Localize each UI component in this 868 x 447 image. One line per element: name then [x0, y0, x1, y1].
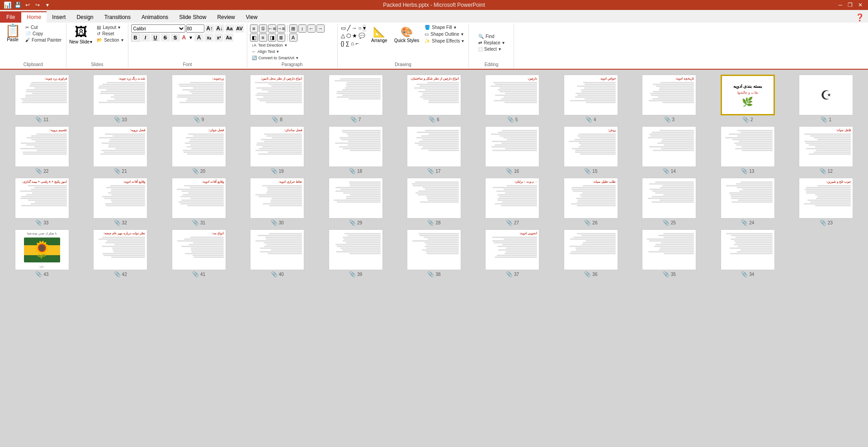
slide-thumbnail-39[interactable]	[329, 229, 383, 270]
convert-smartart-button[interactable]: 🔄 Convert to SmartArt ▾	[250, 55, 301, 61]
slide-thumbnail-28[interactable]	[407, 178, 461, 219]
slide-item-34[interactable]: 📎34	[710, 229, 785, 277]
slide-thumbnail-21[interactable]: فصل برویه:	[93, 126, 147, 167]
save-quick-access[interactable]: 💾	[14, 1, 21, 9]
layout-button[interactable]: ▤ Layout ▾	[95, 24, 125, 30]
slide-item-23[interactable]: جوب تلخ و شیرین: 📎23	[789, 178, 863, 226]
arrange-button[interactable]: 📐 Arrange	[368, 24, 391, 45]
columns-button[interactable]: ⊞	[289, 24, 297, 33]
slide-item-5[interactable]: دارچین: 📎5	[475, 75, 550, 123]
new-slide-dropdown[interactable]: ▾	[90, 39, 92, 44]
tab-home[interactable]: Home	[21, 11, 47, 23]
new-slide-area[interactable]: 🖼 New Slide ▾	[69, 24, 92, 44]
slide-thumbnail-13[interactable]	[721, 126, 775, 167]
shadow-button[interactable]: S	[171, 33, 180, 42]
slide-item-30[interactable]: تقاط حراری ادویه: 📎30	[240, 178, 314, 226]
slide-item-10[interactable]: شدت رنگ زرد چوبه: 📎10	[83, 75, 157, 123]
star-shape[interactable]: ★	[352, 32, 358, 39]
slide-thumbnail-11[interactable]: فراوری زرد چوبه:	[15, 75, 69, 115]
line-spacing-button[interactable]: ↕	[298, 24, 307, 33]
slide-item-43[interactable]: با تشکر از حسن توجه شما 🌻 داود 📎43	[5, 229, 79, 277]
text-direction-button[interactable]: ↕A Text Direction ▾	[250, 43, 289, 48]
slide-item-40[interactable]: 📎40	[240, 229, 314, 277]
slide-thumbnail-23[interactable]: جوب تلخ و شیرین:	[799, 178, 853, 219]
slide-item-32[interactable]: وقایع آفات ادویه: 📎32	[83, 178, 157, 226]
slide-thumbnail-35[interactable]	[642, 229, 696, 270]
slide-thumbnail-38[interactable]	[407, 229, 461, 270]
find-button[interactable]: 🔍 Find	[476, 33, 506, 39]
slide-item-35[interactable]: 📎35	[632, 229, 707, 277]
more-shapes-btn[interactable]: ▾	[363, 24, 366, 32]
slide-item-6[interactable]: انواع دارچین از نظر شکل و ساختمان: 📎6	[396, 75, 471, 123]
tab-design[interactable]: Design	[71, 11, 99, 23]
slide-item-39[interactable]: 📎39	[318, 229, 393, 277]
font-color-button[interactable]: A	[181, 34, 188, 41]
clear-formatting-button[interactable]: Aa	[225, 24, 234, 33]
rectangle-shape[interactable]: ▭	[340, 24, 346, 32]
tab-review[interactable]: Review	[212, 11, 240, 23]
slide-thumbnail-42[interactable]: نظر دولت درباره مهر عام جمعه:	[93, 229, 147, 270]
slide-item-28[interactable]: 📎28	[396, 178, 471, 226]
slide-item-27[interactable]: ۰ ب وت : برلبان: 📎27	[475, 178, 550, 226]
bracket-shape[interactable]: {}	[340, 40, 345, 47]
change-case-button[interactable]: Aa	[224, 33, 233, 42]
italic-button[interactable]: I	[141, 33, 150, 42]
slide-thumbnail-37[interactable]: انجویی ادویه:	[485, 229, 539, 270]
ltr-button[interactable]: →	[316, 24, 325, 33]
slide-item-17[interactable]: 📎17	[396, 126, 471, 174]
slide-thumbnail-10[interactable]: شدت رنگ زرد چوبه:	[93, 75, 147, 115]
font-color-dropdown[interactable]: ▾	[188, 34, 193, 41]
equation-shape[interactable]: ∑	[345, 40, 350, 47]
quick-styles-button[interactable]: 🎨 Quick Styles	[392, 24, 421, 45]
slide-item-24[interactable]: 📎24	[710, 178, 785, 226]
character-spacing-button[interactable]: AV	[235, 24, 244, 33]
replace-button[interactable]: ⇄ Replace ▾	[476, 40, 506, 46]
slide-thumbnail-40[interactable]	[250, 229, 304, 270]
slide-thumbnail-9[interactable]: زردچوبه:	[172, 75, 226, 115]
chevron-shape[interactable]: ⬡	[346, 32, 351, 39]
slide-item-15[interactable]: روش: 📎15	[553, 126, 628, 174]
text-shadow-para-button[interactable]: A	[289, 33, 297, 42]
slide-item-31[interactable]: وقایع آفات ادویه: 📎31	[161, 178, 236, 226]
slide-item-2[interactable]: بسته بندی ادویه نقاب و چالشها 🌿 📎2	[710, 75, 785, 123]
slide-item-18[interactable]: 📎18	[318, 126, 393, 174]
slide-item-16[interactable]: 📎16	[475, 126, 550, 174]
customize-quick-access[interactable]: ▾	[44, 1, 51, 9]
paste-button[interactable]: 📋 Paste	[3, 24, 23, 42]
slide-item-4[interactable]: خواص ادویه 📎4	[553, 75, 628, 123]
slide-item-3[interactable]: تاریخچه ادویه: 📎3	[632, 75, 707, 123]
shape-fill-button[interactable]: 🪣 Shape Fill ▾	[423, 24, 466, 30]
section-dropdown[interactable]: ▾	[121, 38, 123, 43]
arrow-shape[interactable]: →	[351, 24, 358, 32]
close-button[interactable]: ✕	[856, 2, 864, 8]
slide-item-37[interactable]: انجویی ادویه: 📎37	[475, 229, 550, 277]
select-button[interactable]: ⬚ Select ▾	[476, 46, 506, 52]
slide-thumbnail-30[interactable]: تقاط حراری ادویه:	[250, 178, 304, 219]
slide-thumbnail-25[interactable]	[642, 178, 696, 219]
slide-thumbnail-41[interactable]: انواع مه:	[172, 229, 226, 270]
tab-view[interactable]: View	[241, 11, 263, 23]
slide-item-29[interactable]: 📎29	[318, 178, 393, 226]
slide-item-1[interactable]: ☪📎1	[789, 75, 863, 123]
tab-transitions[interactable]: Transitions	[99, 11, 136, 23]
tab-slideshow[interactable]: Slide Show	[174, 11, 212, 23]
slide-item-13[interactable]: 📎13	[710, 126, 785, 174]
circle-shape[interactable]: ○	[358, 24, 362, 32]
bullet-list-button[interactable]: ≡	[250, 24, 258, 33]
slide-thumbnail-3[interactable]: تاریخچه ادویه:	[642, 75, 696, 115]
strikethrough-button[interactable]: S	[161, 33, 170, 42]
reset-button[interactable]: ↺ Reset	[95, 31, 125, 37]
tab-file[interactable]: File	[0, 11, 21, 23]
align-text-button[interactable]: ↔ Align Text ▾	[250, 49, 281, 54]
font-size-input[interactable]	[186, 24, 204, 33]
slide-thumbnail-32[interactable]: وقایع آفات ادویه:	[93, 178, 147, 219]
slide-thumbnail-18[interactable]	[329, 126, 383, 167]
slide-thumbnail-29[interactable]	[329, 178, 383, 219]
slide-item-20[interactable]: فصل جوان: 📎20	[161, 126, 236, 174]
shape-outline-button[interactable]: ▭ Shape Outline ▾	[423, 31, 466, 37]
slide-thumbnail-31[interactable]: وقایع آفات ادویه:	[172, 178, 226, 219]
slide-item-22[interactable]: تقسیم برویه: 📎22	[5, 126, 79, 174]
slide-thumbnail-14[interactable]	[642, 126, 696, 167]
slide-thumbnail-12[interactable]: فلفل سیاه:	[799, 126, 853, 167]
decrease-font-size-button[interactable]: A↓	[215, 24, 224, 33]
